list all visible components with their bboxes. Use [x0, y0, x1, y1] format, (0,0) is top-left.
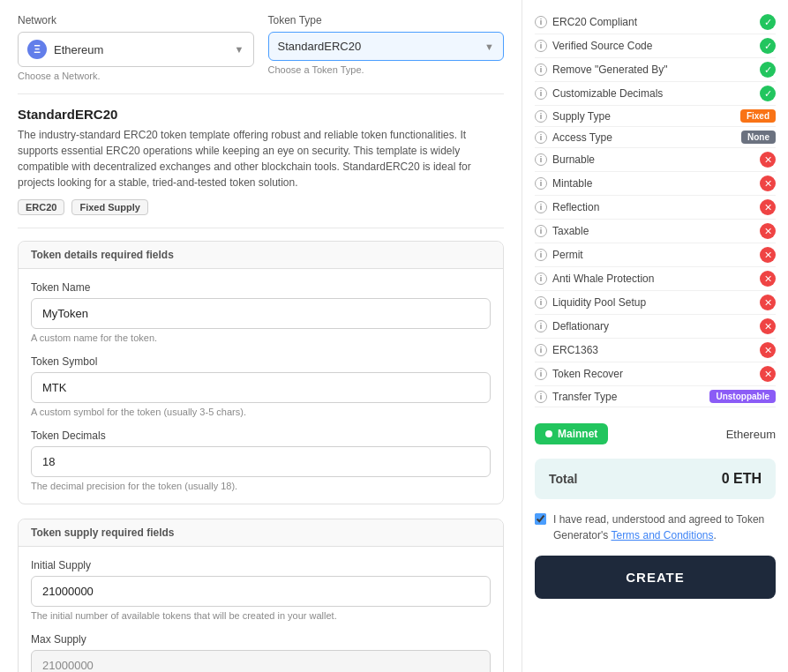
token-name-label: Token Name	[31, 281, 491, 294]
token-title: StandardERC20	[18, 107, 504, 122]
terms-checkbox-row: I have read, understood and agreed to To…	[535, 511, 776, 543]
info-icon[interactable]: i	[535, 344, 547, 356]
network-select[interactable]: Ξ Ethereum ▼	[18, 32, 254, 67]
info-icon[interactable]: i	[535, 368, 547, 380]
info-icon[interactable]: i	[535, 63, 547, 76]
initial-supply-hint: The initial number of available tokens t…	[31, 610, 491, 621]
feature-name: Burnable	[552, 153, 595, 166]
token-name-input[interactable]	[31, 298, 491, 329]
x-icon: ✕	[760, 318, 776, 334]
feature-name: Verified Source Code	[552, 40, 652, 52]
info-icon[interactable]: i	[535, 153, 547, 166]
create-button[interactable]: CREATE	[535, 556, 776, 599]
feature-name: ERC1363	[552, 344, 598, 356]
feature-row: iToken Recover✕	[535, 362, 776, 386]
token-type-col: Token Type StandardERC20 ▼ Choose a Toke…	[268, 14, 505, 81]
max-supply-field: Max Supply The maximum number of tokens …	[31, 633, 491, 672]
supply-section-header: Token supply required fields	[19, 519, 503, 547]
mainnet-dot	[545, 430, 552, 437]
x-icon: ✕	[760, 223, 776, 239]
feature-name: Transfer Type	[552, 391, 617, 403]
token-symbol-label: Token Symbol	[31, 355, 491, 368]
info-icon[interactable]: i	[535, 110, 547, 123]
feature-row: iAccess TypeNone	[535, 127, 776, 148]
info-icon[interactable]: i	[535, 249, 547, 261]
info-icon[interactable]: i	[535, 131, 547, 144]
features-section: iERC20 Compliant✓iVerified Source Code✓i…	[535, 11, 776, 407]
unstoppable-badge: Unstoppable	[709, 390, 776, 403]
total-box: Total 0 ETH	[535, 459, 776, 499]
feature-row: iTaxable✕	[535, 220, 776, 243]
feature-name: Access Type	[552, 131, 612, 144]
network-value: Ethereum	[54, 43, 103, 56]
token-decimals-hint: The decimal precision for the token (usu…	[31, 481, 491, 491]
token-details-section: Token details required fields Token Name…	[18, 241, 504, 504]
token-decimals-label: Token Decimals	[31, 429, 491, 442]
token-info-block: StandardERC20 The industry-standard ERC2…	[18, 107, 504, 215]
feature-name: Anti Whale Protection	[552, 273, 654, 285]
token-symbol-input[interactable]	[31, 372, 491, 403]
x-icon: ✕	[760, 152, 776, 168]
feature-row: iAnti Whale Protection✕	[535, 267, 776, 291]
feature-row: iReflection✕	[535, 196, 776, 220]
token-symbol-field: Token Symbol A custom symbol for the tok…	[31, 355, 491, 417]
info-icon[interactable]: i	[535, 87, 547, 100]
feature-name: Mintable	[552, 177, 592, 190]
token-name-hint: A custom name for the token.	[31, 332, 491, 343]
mainnet-badge: Mainnet	[535, 423, 608, 444]
x-icon: ✕	[760, 295, 776, 310]
info-icon[interactable]: i	[535, 201, 547, 213]
feature-row: iDeflationary✕	[535, 315, 776, 339]
network-helper: Choose a Network.	[18, 71, 254, 81]
token-symbol-hint: A custom symbol for the token (usually 3…	[31, 407, 491, 417]
feature-name: Deflationary	[552, 320, 609, 332]
info-icon[interactable]: i	[535, 273, 547, 285]
terms-link[interactable]: Terms and Conditions	[611, 529, 713, 541]
terms-checkbox[interactable]	[535, 513, 546, 525]
check-icon: ✓	[760, 62, 776, 78]
max-supply-input[interactable]	[31, 650, 491, 672]
initial-supply-field: Initial Supply The initial number of ava…	[31, 559, 491, 621]
network-name-right: Ethereum	[726, 428, 776, 441]
feature-name: Remove "Generated By"	[552, 63, 668, 76]
eth-icon: Ξ	[27, 40, 47, 59]
token-type-value: StandardERC20	[278, 40, 362, 53]
info-icon[interactable]: i	[535, 177, 547, 190]
feature-row: iERC20 Compliant✓	[535, 11, 776, 34]
info-icon[interactable]: i	[535, 16, 547, 28]
divider-2	[18, 228, 504, 228]
max-supply-label: Max Supply	[31, 633, 491, 646]
chevron-down-icon: ▼	[235, 44, 244, 55]
info-icon[interactable]: i	[535, 40, 547, 52]
token-type-select[interactable]: StandardERC20 ▼	[268, 32, 505, 61]
feature-name: Reflection	[552, 201, 599, 213]
details-section-body: Token Name A custom name for the token. …	[19, 269, 503, 504]
feature-row: iVerified Source Code✓	[535, 34, 776, 58]
x-icon: ✕	[760, 247, 776, 263]
info-icon[interactable]: i	[535, 320, 547, 332]
initial-supply-input[interactable]	[31, 576, 491, 607]
feature-name: Liquidity Pool Setup	[552, 296, 646, 309]
check-icon: ✓	[760, 86, 776, 101]
x-icon: ✕	[760, 271, 776, 287]
x-icon: ✕	[760, 342, 776, 358]
network-col: Network Ξ Ethereum ▼ Choose a Network.	[18, 14, 254, 81]
total-value: 0 ETH	[722, 471, 762, 487]
details-section-header: Token details required fields	[19, 242, 503, 269]
check-icon: ✓	[760, 38, 776, 54]
info-icon[interactable]: i	[535, 225, 547, 237]
feature-row: iCustomizable Decimals✓	[535, 82, 776, 106]
token-type-chevron-icon: ▼	[484, 41, 494, 52]
token-decimals-input[interactable]	[31, 446, 491, 477]
feature-row: iLiquidity Pool Setup✕	[535, 291, 776, 315]
badge-row: ERC20 Fixed Supply	[18, 199, 504, 215]
info-icon[interactable]: i	[535, 296, 547, 309]
token-name-field: Token Name A custom name for the token.	[31, 281, 491, 343]
none-badge: None	[741, 131, 776, 144]
info-icon[interactable]: i	[535, 391, 547, 403]
network-badge-row: Mainnet Ethereum	[535, 418, 776, 450]
badge-erc20: ERC20	[18, 199, 64, 215]
token-decimals-field: Token Decimals The decimal precision for…	[31, 429, 491, 491]
terms-text[interactable]: I have read, understood and agreed to To…	[553, 511, 776, 543]
feature-row: iSupply TypeFixed	[535, 106, 776, 127]
